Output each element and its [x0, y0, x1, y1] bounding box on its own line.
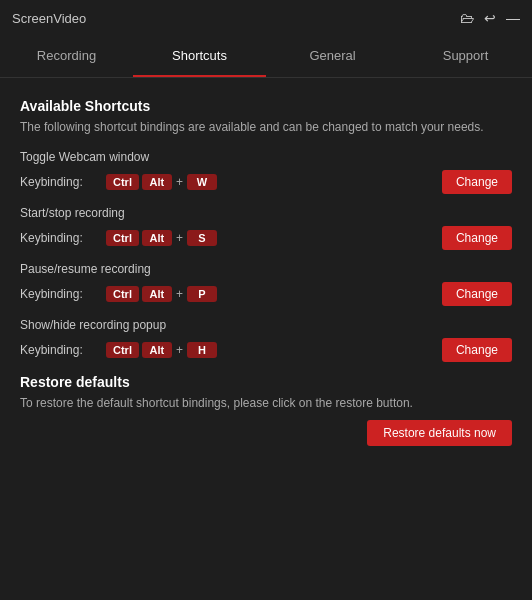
key-alt-pause-resume: Alt — [142, 286, 172, 302]
keybinding-label-start-stop: Keybinding: — [20, 231, 100, 245]
key-s: S — [187, 230, 217, 246]
app-title: ScreenVideo — [12, 11, 86, 26]
tab-bar: Recording Shortcuts General Support — [0, 36, 532, 78]
key-ctrl-pause-resume: Ctrl — [106, 286, 139, 302]
keybinding-label-pause-resume: Keybinding: — [20, 287, 100, 301]
key-ctrl-show-hide: Ctrl — [106, 342, 139, 358]
keybinding-row-start-stop: Keybinding: Ctrl Alt + S Change — [20, 226, 512, 250]
plus-start-stop: + — [176, 231, 183, 245]
key-ctrl-webcam: Ctrl — [106, 174, 139, 190]
keys-webcam: Ctrl Alt + W — [106, 174, 442, 190]
key-alt-webcam: Alt — [142, 174, 172, 190]
shortcuts-content: Available Shortcuts The following shortc… — [0, 78, 532, 596]
title-bar-controls: 🗁 ↩ — — [460, 10, 520, 26]
keys-pause-resume: Ctrl Alt + P — [106, 286, 442, 302]
key-p: P — [187, 286, 217, 302]
restore-row: Restore defaults now — [20, 420, 512, 446]
shortcut-toggle-webcam-label: Toggle Webcam window — [20, 150, 512, 164]
tab-general[interactable]: General — [266, 36, 399, 77]
shortcut-pause-resume-label: Pause/resume recording — [20, 262, 512, 276]
restore-defaults-button[interactable]: Restore defaults now — [367, 420, 512, 446]
change-button-start-stop[interactable]: Change — [442, 226, 512, 250]
keybinding-row-pause-resume: Keybinding: Ctrl Alt + P Change — [20, 282, 512, 306]
key-alt-show-hide: Alt — [142, 342, 172, 358]
key-h: H — [187, 342, 217, 358]
restore-defaults-title: Restore defaults — [20, 374, 512, 390]
tab-support[interactable]: Support — [399, 36, 532, 77]
folder-icon[interactable]: 🗁 — [460, 10, 474, 26]
change-button-webcam[interactable]: Change — [442, 170, 512, 194]
plus-show-hide: + — [176, 343, 183, 357]
keybinding-label-webcam: Keybinding: — [20, 175, 100, 189]
keybinding-row-show-hide: Keybinding: Ctrl Alt + H Change — [20, 338, 512, 362]
tab-shortcuts[interactable]: Shortcuts — [133, 36, 266, 77]
change-button-pause-resume[interactable]: Change — [442, 282, 512, 306]
title-bar-left: ScreenVideo — [12, 11, 86, 26]
restore-defaults-desc: To restore the default shortcut bindings… — [20, 396, 512, 410]
plus-pause-resume: + — [176, 287, 183, 301]
key-w: W — [187, 174, 217, 190]
keybinding-row-webcam: Keybinding: Ctrl Alt + W Change — [20, 170, 512, 194]
title-bar: ScreenVideo 🗁 ↩ — — [0, 0, 532, 36]
key-ctrl-start-stop: Ctrl — [106, 230, 139, 246]
undo-icon[interactable]: ↩ — [484, 10, 496, 26]
tab-recording[interactable]: Recording — [0, 36, 133, 77]
shortcut-show-hide-label: Show/hide recording popup — [20, 318, 512, 332]
minimize-icon[interactable]: — — [506, 10, 520, 26]
available-shortcuts-desc: The following shortcut bindings are avai… — [20, 120, 512, 134]
available-shortcuts-title: Available Shortcuts — [20, 98, 512, 114]
key-alt-start-stop: Alt — [142, 230, 172, 246]
change-button-show-hide[interactable]: Change — [442, 338, 512, 362]
keybinding-label-show-hide: Keybinding: — [20, 343, 100, 357]
shortcut-start-stop-label: Start/stop recording — [20, 206, 512, 220]
plus-webcam: + — [176, 175, 183, 189]
keys-show-hide: Ctrl Alt + H — [106, 342, 442, 358]
keys-start-stop: Ctrl Alt + S — [106, 230, 442, 246]
